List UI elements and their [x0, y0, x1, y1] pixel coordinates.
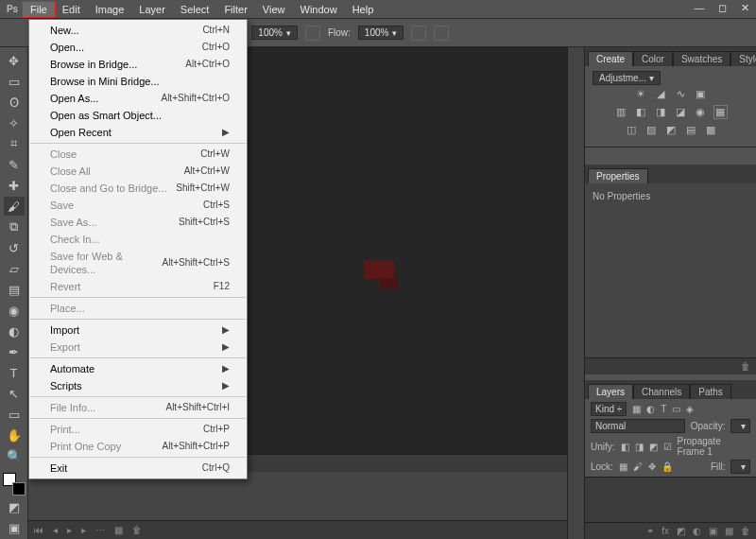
- eraser-tool-icon[interactable]: ▱: [4, 259, 25, 278]
- new-layer-icon[interactable]: ▦: [725, 526, 733, 536]
- curves-icon[interactable]: ∿: [674, 87, 688, 101]
- propagate-checkbox[interactable]: ☑: [663, 442, 672, 452]
- close-button[interactable]: ✕: [733, 2, 756, 17]
- new-frame-icon[interactable]: ▦: [114, 525, 123, 535]
- gradientmap-icon[interactable]: ▤: [683, 123, 697, 137]
- fill-field[interactable]: ▾: [730, 460, 750, 474]
- menu-filter[interactable]: Filter: [216, 2, 254, 17]
- filter-smart-icon[interactable]: ◈: [686, 404, 694, 414]
- selcolor-icon[interactable]: ▩: [703, 123, 717, 137]
- airbrush-icon[interactable]: [411, 26, 426, 41]
- menu-file[interactable]: File: [23, 2, 55, 17]
- menu-layer[interactable]: Layer: [131, 2, 173, 17]
- play-icon[interactable]: ▸: [67, 525, 72, 535]
- menu-item-open-as-smart-object[interactable]: Open as Smart Object...: [29, 107, 247, 124]
- color-swatches[interactable]: [3, 473, 26, 496]
- menu-item-automate[interactable]: Automate▶: [29, 360, 247, 377]
- wand-tool-icon[interactable]: ✧: [4, 113, 25, 132]
- hue-icon[interactable]: ◧: [634, 105, 648, 119]
- zoom-tool-icon[interactable]: 🔍: [4, 446, 25, 465]
- path-tool-icon[interactable]: ↖: [4, 384, 25, 403]
- blur-tool-icon[interactable]: ◉: [4, 301, 25, 320]
- layer-kind-select[interactable]: Kind ÷: [591, 402, 627, 416]
- delete-frame-icon[interactable]: 🗑: [132, 525, 142, 535]
- play-next-icon[interactable]: ▸: [81, 525, 86, 535]
- fx-icon[interactable]: fx: [662, 526, 669, 536]
- filter-pixel-icon[interactable]: ▦: [632, 404, 641, 414]
- marquee-tool-icon[interactable]: ▭: [4, 72, 25, 91]
- pressure-opacity-icon[interactable]: [305, 26, 320, 41]
- shape-tool-icon[interactable]: ▭: [4, 405, 25, 424]
- filter-type-icon[interactable]: T: [661, 404, 666, 414]
- brightness-icon[interactable]: ☀: [634, 87, 648, 101]
- menu-item-exit[interactable]: ExitCtrl+Q: [29, 460, 247, 477]
- threshold-icon[interactable]: ◩: [663, 123, 678, 137]
- group-icon[interactable]: ▣: [709, 526, 717, 536]
- adjustment-preset-select[interactable]: Adjustme... ▾: [593, 71, 661, 85]
- channelmixer-icon[interactable]: ▦: [713, 105, 728, 119]
- move-tool-icon[interactable]: ✥: [4, 51, 25, 70]
- bw-icon[interactable]: ◪: [674, 105, 688, 119]
- dodge-tool-icon[interactable]: ◐: [4, 322, 25, 340]
- menu-image[interactable]: Image: [88, 2, 132, 17]
- history-brush-tool-icon[interactable]: ↺: [4, 238, 25, 257]
- menu-item-browse-in-mini-bridge[interactable]: Browse in Mini Bridge...: [29, 73, 247, 90]
- menu-help[interactable]: Help: [345, 2, 382, 17]
- stamp-tool-icon[interactable]: ⧉: [4, 217, 25, 236]
- trash-icon[interactable]: 🗑: [741, 361, 750, 372]
- exposure-icon[interactable]: ▣: [694, 87, 708, 101]
- screenmode-icon[interactable]: ▣: [4, 518, 25, 537]
- unify-style-icon[interactable]: ◩: [649, 442, 658, 452]
- heal-tool-icon[interactable]: ✚: [4, 176, 25, 195]
- tween-icon[interactable]: ⋯: [95, 525, 105, 535]
- photofilter-icon[interactable]: ◉: [694, 105, 708, 119]
- mask-icon[interactable]: ◩: [677, 526, 685, 536]
- delete-layer-icon[interactable]: 🗑: [741, 526, 750, 536]
- menu-item-open[interactable]: Open...Ctrl+O: [29, 39, 247, 56]
- layer-opacity-field[interactable]: ▾: [730, 419, 750, 433]
- lock-trans-icon[interactable]: ▦: [619, 461, 627, 472]
- gradient-tool-icon[interactable]: ▤: [4, 280, 25, 299]
- menu-select[interactable]: Select: [173, 2, 217, 17]
- tab-swatches[interactable]: Swatches: [673, 51, 730, 66]
- unify-position-icon[interactable]: ◧: [621, 442, 629, 452]
- layers-list[interactable]: [585, 478, 756, 522]
- menu-item-scripts[interactable]: Scripts▶: [29, 377, 247, 394]
- invert-icon[interactable]: ◫: [624, 123, 638, 137]
- play-prev-icon[interactable]: ◂: [53, 525, 58, 535]
- tab-properties[interactable]: Properties: [588, 168, 648, 183]
- filter-shape-icon[interactable]: ▭: [672, 404, 680, 414]
- type-tool-icon[interactable]: T: [4, 363, 25, 382]
- colorbalance-icon[interactable]: ◨: [654, 105, 668, 119]
- tab-layers[interactable]: Layers: [588, 384, 633, 399]
- tab-paths[interactable]: Paths: [690, 384, 731, 399]
- collapsed-panel-strip[interactable]: [567, 47, 584, 539]
- minimize-button[interactable]: —: [688, 2, 711, 17]
- tab-channels[interactable]: Channels: [633, 384, 690, 399]
- menu-item-open-recent[interactable]: Open Recent▶: [29, 124, 247, 141]
- link-layers-icon[interactable]: ⚭: [646, 526, 654, 536]
- menu-item-open-as[interactable]: Open As...Alt+Shift+Ctrl+O: [29, 90, 247, 107]
- hand-tool-icon[interactable]: ✋: [4, 426, 25, 444]
- levels-icon[interactable]: ◢: [654, 87, 668, 101]
- menu-item-import[interactable]: Import▶: [29, 322, 247, 339]
- lock-paint-icon[interactable]: 🖌: [633, 461, 643, 472]
- quickmask-icon[interactable]: ◩: [4, 497, 25, 516]
- lock-pos-icon[interactable]: ✥: [648, 461, 656, 472]
- posterize-icon[interactable]: ▨: [644, 123, 658, 137]
- menu-edit[interactable]: Edit: [55, 2, 88, 17]
- pen-tool-icon[interactable]: ✒: [4, 342, 25, 361]
- maximize-button[interactable]: ◻: [711, 2, 733, 17]
- crop-tool-icon[interactable]: ⌗: [4, 134, 25, 153]
- lasso-tool-icon[interactable]: ʘ: [4, 93, 25, 112]
- menu-item-new[interactable]: New...Ctrl+N: [29, 22, 247, 39]
- flow-field[interactable]: 100%▾: [358, 26, 404, 40]
- unify-visibility-icon[interactable]: ◨: [635, 442, 644, 452]
- menu-view[interactable]: View: [255, 2, 293, 17]
- filter-adjust-icon[interactable]: ◐: [646, 404, 655, 414]
- pressure-size-icon[interactable]: [434, 26, 449, 41]
- opacity-field[interactable]: 100%▾: [251, 26, 298, 40]
- lock-all-icon[interactable]: 🔒: [662, 461, 673, 472]
- play-first-icon[interactable]: ⏮: [34, 525, 43, 535]
- vibrance-icon[interactable]: ▥: [614, 105, 628, 119]
